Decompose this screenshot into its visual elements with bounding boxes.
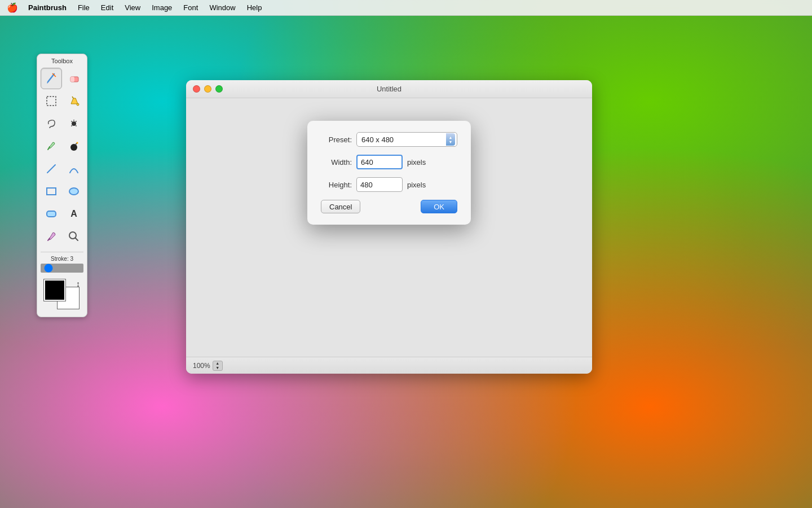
menubar-font[interactable]: Font <box>179 2 202 13</box>
tool-bomb[interactable] <box>63 135 85 157</box>
stroke-slider[interactable] <box>41 264 83 273</box>
svg-rect-21 <box>47 211 56 217</box>
zoom-stepper[interactable]: ▲ ▼ <box>213 361 223 371</box>
svg-point-7 <box>77 103 79 106</box>
color-section: ↕ <box>41 279 83 313</box>
menubar-file[interactable]: File <box>73 2 94 13</box>
paint-window-title: Untitled <box>377 85 401 93</box>
svg-line-22 <box>48 238 50 240</box>
swap-colors-icon[interactable]: ↕ <box>76 279 80 288</box>
menubar-image[interactable]: Image <box>147 2 176 13</box>
svg-point-9 <box>71 121 72 122</box>
zoom-up-icon[interactable]: ▲ <box>213 361 222 366</box>
svg-point-15 <box>70 144 77 151</box>
window-buttons <box>193 85 223 93</box>
stroke-label: Stroke: 3 <box>41 256 83 262</box>
cancel-button[interactable]: Cancel <box>321 200 360 213</box>
svg-rect-5 <box>47 97 56 106</box>
width-input[interactable] <box>356 155 403 169</box>
menubar-edit[interactable]: Edit <box>96 2 118 13</box>
toolbox-divider <box>41 252 83 252</box>
svg-line-6 <box>72 97 73 98</box>
new-document-dialog: Preset: 640 x 480 800 x 600 1024 x 768 1… <box>307 121 471 225</box>
toolbox-panel: Toolbox <box>37 54 87 317</box>
tool-curve[interactable] <box>63 158 85 179</box>
preset-select-wrapper: 640 x 480 800 x 600 1024 x 768 1280 x 72… <box>356 132 457 147</box>
svg-point-17 <box>77 142 78 144</box>
zoom-down-icon[interactable]: ▼ <box>213 366 222 370</box>
tool-selection[interactable] <box>41 90 62 112</box>
tool-dropper[interactable] <box>41 135 62 157</box>
zoom-label: 100% <box>193 362 210 370</box>
svg-line-1 <box>47 82 48 83</box>
svg-point-20 <box>69 188 78 195</box>
tool-text[interactable]: A <box>63 203 85 225</box>
height-row: Height: pixels <box>321 177 457 192</box>
width-label: Width: <box>321 158 352 167</box>
height-label: Height: <box>321 181 352 189</box>
dropper-icon <box>45 140 58 152</box>
width-pixels-label: pixels <box>407 158 426 167</box>
tool-lasso[interactable] <box>41 113 62 134</box>
stroke-section: Stroke: 3 <box>41 255 83 276</box>
color-foreground-swatch[interactable] <box>44 279 65 301</box>
ok-button[interactable]: OK <box>421 200 457 213</box>
tool-eyedropper[interactable] <box>41 226 62 247</box>
preset-label: Preset: <box>321 135 352 144</box>
selection-icon <box>45 95 58 107</box>
svg-rect-4 <box>70 77 74 82</box>
svg-line-24 <box>76 238 78 241</box>
svg-point-11 <box>71 125 72 126</box>
svg-line-14 <box>48 147 50 150</box>
height-pixels-label: pixels <box>407 181 426 189</box>
apple-menu[interactable]: 🍎 <box>7 2 18 13</box>
window-maximize-button[interactable] <box>215 85 223 93</box>
svg-rect-19 <box>47 188 56 195</box>
menubar: 🍎 Paintbrush File Edit View Image Font W… <box>0 0 812 16</box>
window-close-button[interactable] <box>193 85 200 93</box>
preset-select[interactable]: 640 x 480 800 x 600 1024 x 768 1280 x 72… <box>356 132 457 147</box>
toolbox-title: Toolbox <box>41 58 83 64</box>
svg-line-0 <box>48 74 54 82</box>
lasso-icon <box>45 117 58 130</box>
bomb-icon <box>68 140 80 152</box>
svg-point-13 <box>73 120 74 121</box>
tool-fillbucket[interactable] <box>63 90 85 112</box>
tool-pencil[interactable] <box>41 68 62 89</box>
width-row: Width: pixels <box>321 155 457 169</box>
pencil-icon <box>45 72 58 85</box>
text-tool-icon: A <box>70 209 77 219</box>
spray-icon <box>68 117 80 130</box>
paint-titlebar: Untitled <box>186 80 592 98</box>
tool-line[interactable] <box>41 158 62 179</box>
window-minimize-button[interactable] <box>204 85 211 93</box>
menubar-view[interactable]: View <box>120 2 145 13</box>
menubar-app-name[interactable]: Paintbrush <box>24 2 71 13</box>
rect-icon <box>45 185 58 198</box>
tool-spray[interactable] <box>63 113 85 134</box>
ellipse-icon <box>68 185 80 198</box>
tool-magnify[interactable] <box>63 226 85 247</box>
tool-rounded-rect[interactable] <box>41 203 62 225</box>
tool-eraser[interactable] <box>63 68 85 89</box>
line-icon <box>45 163 58 175</box>
menubar-help[interactable]: Help <box>242 2 267 13</box>
eyedropper-icon <box>45 230 58 243</box>
paint-statusbar: 100% ▲ ▼ <box>186 357 592 374</box>
curve-icon <box>68 163 80 175</box>
svg-point-8 <box>72 121 76 126</box>
preset-row: Preset: 640 x 480 800 x 600 1024 x 768 1… <box>321 132 457 147</box>
svg-line-18 <box>47 165 55 173</box>
menubar-window[interactable]: Window <box>205 2 240 13</box>
eraser-icon <box>68 72 80 85</box>
dialog-buttons: Cancel OK <box>321 200 457 213</box>
tool-rect[interactable] <box>41 181 62 202</box>
svg-point-12 <box>76 125 77 126</box>
rounded-rect-icon <box>45 208 58 220</box>
tool-ellipse[interactable] <box>63 181 85 202</box>
paint-canvas-area[interactable]: Preset: 640 x 480 800 x 600 1024 x 768 1… <box>186 98 592 357</box>
svg-point-10 <box>76 121 77 122</box>
dialog-overlay: Preset: 640 x 480 800 x 600 1024 x 768 1… <box>186 98 592 357</box>
height-input[interactable] <box>356 177 403 192</box>
tool-grid: A <box>41 68 83 247</box>
